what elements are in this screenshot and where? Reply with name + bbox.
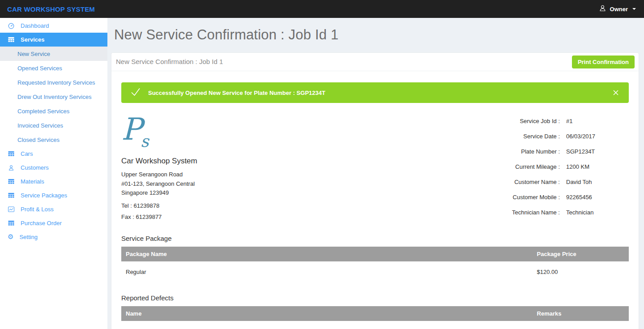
brand-title[interactable]: CAR WORKSHOP SYSTEM — [7, 5, 95, 13]
column-header-package-name: Package Name — [121, 247, 533, 261]
sidebar-item-profit-loss[interactable]: Profit & Loss — [0, 202, 107, 216]
panel-heading-text: New Service Confirmation : Job Id 1 — [116, 58, 223, 65]
table-icon — [8, 220, 15, 226]
sidebar: Dashboard Services New Service Opened Se… — [0, 18, 107, 329]
detail-row: Customer Mobile :92265456 — [512, 190, 629, 205]
table-row: Regular $120.00 — [121, 261, 629, 280]
address-line: Singapore 123949 — [121, 188, 269, 198]
sidebar-subitem-drew-out-inventory-services[interactable]: Drew Out Inventory Services — [0, 90, 107, 104]
detail-value: #1 — [566, 114, 629, 129]
service-package-heading: Service Package — [121, 235, 629, 242]
company-address: Upper Serangoon Road #01-123, Serangoon … — [121, 170, 269, 198]
service-info-row: P s Car Workshop System Upper Serangoon … — [121, 112, 629, 220]
sidebar-item-purchase-order[interactable]: Purchase Order — [0, 216, 107, 230]
print-confirmation-button[interactable]: Print Confirmation — [572, 56, 635, 68]
detail-value: Technician — [566, 205, 629, 220]
sidebar-item-setting[interactable]: ⚙ Setting — [0, 230, 107, 244]
sidebar-item-cars[interactable]: Cars — [0, 147, 107, 161]
service-package-table: Package Name Package Price Regular $120.… — [121, 247, 629, 280]
table-icon — [8, 192, 15, 198]
gear-icon: ⚙ — [8, 234, 13, 240]
sidebar-subitem-completed-services[interactable]: Completed Services — [0, 104, 107, 118]
detail-label: Service Date : — [512, 129, 566, 144]
sidebar-item-dashboard[interactable]: Dashboard — [0, 19, 107, 33]
sidebar-item-label: Purchase Order — [21, 220, 62, 226]
detail-label: Current Mileage : — [512, 159, 566, 175]
car-workshop-app: CAR WORKSHOP SYSTEM Owner Dashboard Serv… — [0, 0, 644, 329]
detail-value: 1200 KM — [566, 159, 629, 175]
sidebar-item-label: Cars — [21, 150, 33, 157]
user-icon — [599, 4, 606, 14]
sidebar-item-label: Services — [21, 36, 45, 43]
sidebar-item-label: Service Packages — [21, 192, 67, 199]
check-icon — [130, 87, 141, 98]
sidebar-subitem-new-service[interactable]: New Service — [0, 47, 107, 61]
column-header-package-price: Package Price — [533, 247, 629, 261]
table-header-row: Name Remarks — [121, 306, 629, 321]
reported-defects-heading: Reported Defects — [121, 294, 629, 302]
services-submenu: New Service Opened Services Requested In… — [0, 47, 107, 147]
sidebar-subitem-requested-inventory-services[interactable]: Requested Inventory Services — [0, 75, 107, 90]
sidebar-item-materials[interactable]: Materials — [0, 175, 107, 188]
table-row: Tyres Change Tyres — [121, 321, 629, 329]
column-header-name: Name — [121, 306, 533, 321]
company-block: P s Car Workshop System Upper Serangoon … — [121, 112, 269, 220]
sidebar-subitem-closed-services[interactable]: Closed Services — [0, 132, 107, 147]
user-menu[interactable]: Owner — [599, 4, 636, 14]
company-logo: P s — [121, 112, 156, 150]
sidebar-item-label: Materials — [21, 178, 44, 185]
sidebar-item-label: Dashboard — [21, 22, 49, 29]
package-name-cell: Regular — [121, 261, 533, 280]
sidebar-item-label: Customers — [21, 164, 49, 171]
table-icon — [8, 179, 15, 184]
panel-heading: New Service Confirmation : Job Id 1 Prin… — [111, 53, 639, 71]
company-name: Car Workshop System — [121, 157, 269, 166]
page-title: New Service Confirmation : Job Id 1 — [107, 18, 644, 43]
detail-label: Customer Mobile : — [512, 190, 566, 205]
table-icon — [8, 151, 15, 157]
success-alert: Successfully Opened New Service for Plat… — [121, 82, 629, 103]
detail-value: David Toh — [566, 175, 629, 190]
sidebar-item-label: Setting — [19, 234, 37, 240]
table-icon — [8, 37, 15, 43]
svg-text:s: s — [141, 132, 150, 150]
detail-row: Current Mileage :1200 KM — [512, 159, 629, 175]
chevron-down-icon — [632, 8, 636, 10]
defect-remarks-cell: Change Tyres — [533, 321, 629, 329]
person-icon — [8, 165, 15, 171]
sidebar-subitem-invoiced-services[interactable]: Invoiced Services — [0, 118, 107, 132]
confirmation-panel: New Service Confirmation : Job Id 1 Prin… — [111, 52, 639, 329]
company-tel: Tel : 61239878 — [121, 202, 269, 209]
address-line: Upper Serangoon Road — [121, 170, 269, 179]
detail-value: 06/03/2017 — [566, 129, 629, 144]
defect-name-cell: Tyres — [121, 321, 533, 329]
close-icon[interactable] — [612, 89, 620, 97]
company-fax: Fax : 61239877 — [121, 214, 269, 220]
address-line: #01-123, Serangoon Central — [121, 179, 269, 189]
detail-value: SGP1234T — [566, 144, 629, 159]
detail-label: Technician Name : — [512, 205, 566, 220]
main-content: New Service Confirmation : Job Id 1 New … — [107, 18, 644, 329]
sidebar-item-customers[interactable]: Customers — [0, 161, 107, 175]
detail-row: Technician Name :Technician — [512, 205, 629, 220]
alert-message: Successfully Opened New Service for Plat… — [148, 90, 325, 96]
sidebar-item-services[interactable]: Services — [0, 33, 107, 47]
sidebar-item-service-packages[interactable]: Service Packages — [0, 188, 107, 202]
sidebar-item-label: Profit & Loss — [21, 206, 54, 213]
detail-value: 92265456 — [566, 190, 629, 205]
detail-label: Service Job Id : — [512, 114, 566, 129]
detail-label: Customer Name : — [512, 175, 566, 190]
detail-row: Service Job Id :#1 — [512, 114, 629, 129]
detail-row: Service Date :06/03/2017 — [512, 129, 629, 144]
package-price-cell: $120.00 — [533, 261, 629, 280]
user-name: Owner — [610, 6, 628, 13]
column-header-remarks: Remarks — [533, 306, 629, 321]
detail-row: Plate Number :SGP1234T — [512, 144, 629, 159]
reported-defects-table: Name Remarks Tyres Change Tyres — [121, 306, 629, 329]
line-chart-icon — [8, 206, 15, 212]
gauge-icon — [8, 23, 15, 29]
sidebar-subitem-opened-services[interactable]: Opened Services — [0, 61, 107, 75]
service-details-list: Service Job Id :#1 Service Date :06/03/2… — [512, 114, 629, 220]
table-header-row: Package Name Package Price — [121, 247, 629, 261]
panel-body: Successfully Opened New Service for Plat… — [111, 71, 639, 329]
